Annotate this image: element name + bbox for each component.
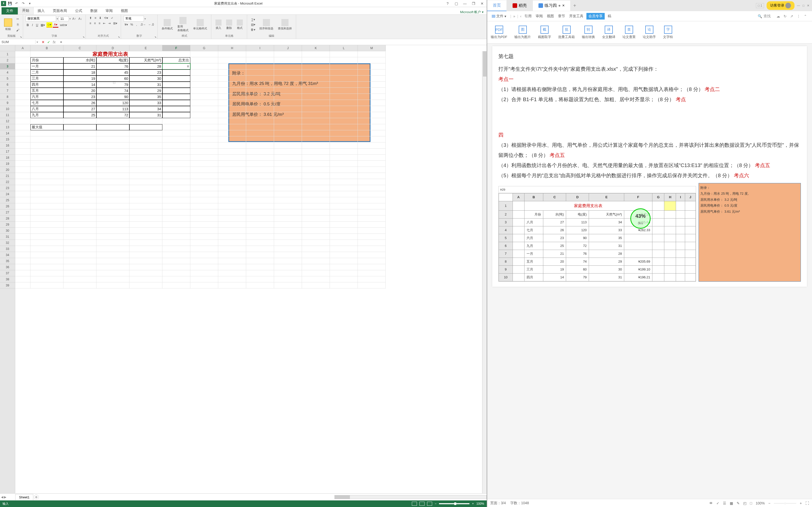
cell-F38[interactable] <box>162 276 190 282</box>
tab-close-icon[interactable]: × <box>562 3 565 8</box>
tab-file[interactable]: 文件 <box>2 7 18 14</box>
cell-C2[interactable]: 水(吨) <box>63 57 96 63</box>
cell-E33[interactable] <box>130 246 162 252</box>
cell-E14[interactable] <box>130 130 162 136</box>
cell-M13[interactable] <box>358 124 386 130</box>
cell-M1[interactable] <box>358 51 386 57</box>
cell-L12[interactable] <box>330 118 358 124</box>
cell-G13[interactable] <box>190 124 218 130</box>
cell-J5[interactable] <box>274 75 302 81</box>
cell-K24[interactable] <box>302 191 330 197</box>
tab-data[interactable]: 数据 <box>86 7 101 14</box>
cell-A10[interactable] <box>15 106 31 112</box>
cell-H18[interactable] <box>218 155 246 161</box>
select-all-corner[interactable] <box>0 45 15 51</box>
cell-B33[interactable] <box>31 246 63 252</box>
cell-A21[interactable] <box>15 173 31 179</box>
cell-K33[interactable] <box>302 246 330 252</box>
cell-M5[interactable] <box>358 75 386 81</box>
cell-B19[interactable] <box>31 161 63 167</box>
cell-K28[interactable] <box>302 216 330 222</box>
cell-I14[interactable] <box>246 130 274 136</box>
more-options-icon[interactable]: ⋮ <box>797 14 800 18</box>
cell-M37[interactable] <box>358 270 386 276</box>
cell-A11[interactable] <box>15 112 31 118</box>
share-icon[interactable]: ↗ <box>790 14 793 18</box>
cell-K11[interactable] <box>302 112 330 118</box>
col-header-C[interactable]: C <box>63 45 96 51</box>
cell-A4[interactable] <box>15 69 31 75</box>
row-header-37[interactable]: 37 <box>0 270 15 276</box>
cell-A39[interactable] <box>15 282 31 288</box>
paste-button[interactable]: 粘贴 <box>3 18 14 32</box>
col-header-E[interactable]: E <box>130 45 162 51</box>
cell-G25[interactable] <box>190 197 218 203</box>
wps-zoom-inc[interactable]: + <box>800 501 802 505</box>
row-header-1[interactable]: 1 <box>0 51 15 57</box>
cell-B18[interactable] <box>31 155 63 161</box>
row-header-32[interactable]: 32 <box>0 240 15 246</box>
align-center-icon[interactable]: ≡ <box>93 21 97 25</box>
web-layout-icon[interactable]: ▦ <box>730 501 733 505</box>
page-indicator[interactable]: 页面：3/4 <box>490 501 506 505</box>
font-family-select[interactable]: 微软雅黑 <box>26 16 56 21</box>
cell-E20[interactable] <box>130 167 162 173</box>
cell-E27[interactable] <box>130 209 162 216</box>
cell-C33[interactable] <box>63 246 96 252</box>
cell-K36[interactable] <box>302 264 330 270</box>
cell-K15[interactable] <box>302 136 330 143</box>
cell-C36[interactable] <box>63 264 96 270</box>
cell-G28[interactable] <box>190 216 218 222</box>
col-header-A[interactable]: A <box>15 45 31 51</box>
cell-I5[interactable] <box>246 75 274 81</box>
cell-A23[interactable] <box>15 185 31 191</box>
cell-C4[interactable]: 18 <box>63 69 96 75</box>
wps-action-8[interactable]: 字文字特 <box>663 25 673 39</box>
cell-B29[interactable] <box>31 222 63 228</box>
cell-D34[interactable] <box>96 252 130 258</box>
cell-A2[interactable] <box>15 57 31 63</box>
cell-M33[interactable] <box>358 246 386 252</box>
cell-I18[interactable] <box>246 155 274 161</box>
cell-D11[interactable]: 72 <box>96 112 130 118</box>
cell-I10[interactable] <box>246 106 274 112</box>
cell-D16[interactable] <box>96 143 130 149</box>
formula-input[interactable]: = <box>58 40 487 44</box>
row-header-27[interactable]: 27 <box>0 209 15 216</box>
cell-M2[interactable] <box>358 57 386 63</box>
align-right-icon[interactable]: ≡ <box>97 21 101 25</box>
cell-M24[interactable] <box>358 191 386 197</box>
col-header-H[interactable]: H <box>218 45 246 51</box>
cell-M25[interactable] <box>358 197 386 203</box>
row-header-12[interactable]: 12 <box>0 118 15 124</box>
cell-A16[interactable] <box>15 143 31 149</box>
col-header-K[interactable]: K <box>302 45 330 51</box>
cell-C3[interactable]: 21 <box>63 63 96 69</box>
cell-A5[interactable] <box>15 75 31 81</box>
cell-C17[interactable] <box>63 149 96 155</box>
cell-J27[interactable] <box>274 209 302 216</box>
cell-C32[interactable] <box>63 240 96 246</box>
cell-D2[interactable]: 电(度) <box>96 57 130 63</box>
cell-D7[interactable]: 74 <box>96 88 130 94</box>
cell-E17[interactable] <box>130 149 162 155</box>
cell-L19[interactable] <box>330 161 358 167</box>
cell-A6[interactable] <box>15 81 31 88</box>
row-header-21[interactable]: 21 <box>0 173 15 179</box>
row-header-15[interactable]: 15 <box>0 136 15 143</box>
cell-H25[interactable] <box>218 197 246 203</box>
cell-G10[interactable] <box>190 106 218 112</box>
align-middle-icon[interactable]: ≡ <box>93 16 97 20</box>
add-sheet-button[interactable]: ⊕ <box>34 495 39 500</box>
cells-area[interactable]: 附录： 九月份：用水 25 吨，用电 72 度，用气 31m³ 居民用水单价： … <box>15 51 482 493</box>
row-header-4[interactable]: 4 <box>0 69 15 75</box>
cell-H31[interactable] <box>218 234 246 240</box>
cell-K14[interactable] <box>302 130 330 136</box>
cell-G39[interactable] <box>190 282 218 288</box>
wps-document-area[interactable]: 第七题 打开"考生文件夹\7\"文件夹中的"家庭费用支出表.xlsx"，完成下列… <box>487 44 812 499</box>
account-link[interactable]: Microsoft 帐户 ▾ <box>460 10 487 14</box>
cell-B1[interactable]: 家庭费用支出表 <box>31 51 190 57</box>
cell-I30[interactable] <box>246 228 274 234</box>
cell-J17[interactable] <box>274 149 302 155</box>
cell-J33[interactable] <box>274 246 302 252</box>
